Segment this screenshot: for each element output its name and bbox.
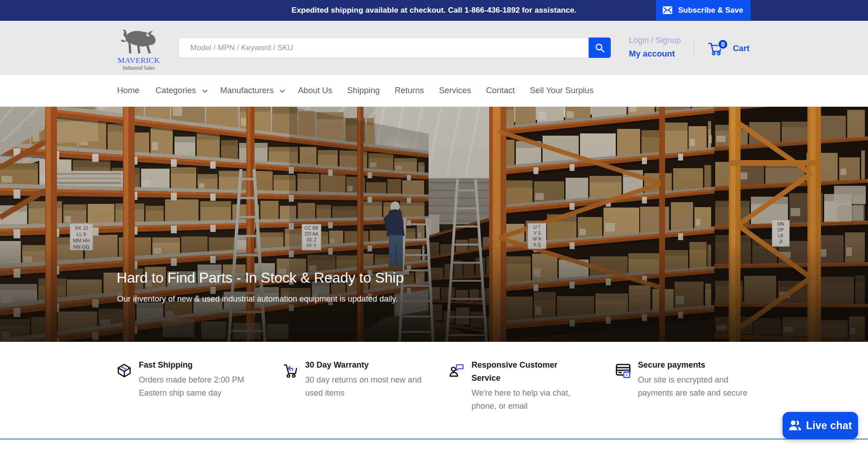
- svg-text:0: 0: [721, 41, 725, 48]
